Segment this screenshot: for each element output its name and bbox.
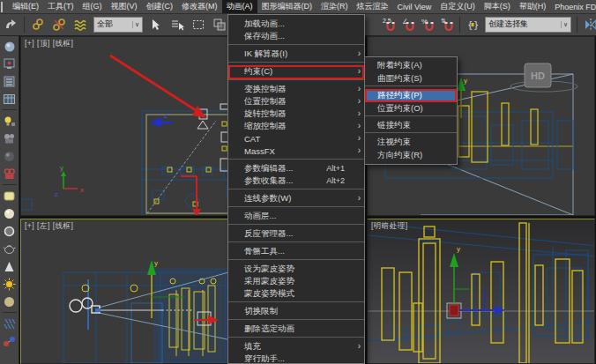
mirror-icon[interactable] bbox=[581, 15, 596, 34]
snaps-toggle-icon[interactable]: 2.5 bbox=[380, 15, 398, 34]
menubar-item[interactable]: 帮助(H) bbox=[515, 0, 551, 13]
molecule-icon[interactable] bbox=[2, 333, 18, 349]
menu-item[interactable]: 参数收集器... Alt+2 bbox=[228, 175, 364, 189]
submenu-item[interactable]: 注视约束 bbox=[365, 136, 457, 149]
side-toolbar-separator bbox=[3, 109, 17, 110]
menu-item[interactable]: 约束(C) bbox=[228, 65, 364, 80]
menu-item[interactable]: 动画层... bbox=[228, 210, 364, 225]
list-panel-icon[interactable] bbox=[2, 73, 18, 89]
svg-text:HD: HD bbox=[531, 71, 545, 81]
menubar-item[interactable]: Phoenix FD bbox=[550, 2, 596, 12]
keyboard-shortcut-override-icon[interactable]: {} bbox=[464, 15, 481, 34]
table-icon[interactable] bbox=[2, 91, 18, 107]
menu-item[interactable]: CAT bbox=[228, 132, 364, 145]
bind-to-space-warp-icon[interactable] bbox=[71, 15, 90, 34]
submenu-item[interactable]: 方向约束(R) bbox=[365, 149, 457, 162]
menu-item[interactable]: 蒙皮姿势模式 bbox=[228, 287, 364, 302]
menubar-item[interactable]: 工具(T) bbox=[43, 0, 78, 13]
menubar-item[interactable]: 炫云渲染 bbox=[353, 0, 393, 13]
camera-object[interactable] bbox=[70, 298, 100, 313]
ring-icon[interactable] bbox=[2, 223, 18, 239]
menu-item[interactable]: 参数编辑器... Alt+1 bbox=[228, 162, 364, 175]
submenu-arrow-icon bbox=[354, 108, 361, 120]
render-teapot-icon[interactable] bbox=[2, 38, 18, 54]
display-monitor-icon[interactable] bbox=[2, 56, 18, 71]
menu-item[interactable]: 缩放控制器 bbox=[228, 120, 364, 132]
viewport-canvas-shaded[interactable]: y bbox=[368, 219, 595, 364]
viewport-label[interactable]: [+] [左] [线框] bbox=[25, 221, 73, 232]
tan-sphere-icon[interactable] bbox=[2, 293, 18, 309]
menu-item[interactable]: 骨骼工具... bbox=[228, 245, 364, 260]
spinner-snap-icon[interactable]: ⇅ bbox=[438, 15, 456, 34]
rectangular-selection-region-icon[interactable] bbox=[189, 15, 208, 34]
submenu-item[interactable]: 附着约束(A) bbox=[365, 59, 457, 72]
submenu-item[interactable]: 路径约束(P) bbox=[365, 89, 457, 102]
menu-item[interactable]: 删除选定动画 bbox=[228, 323, 364, 338]
submenu-arrow-icon bbox=[354, 192, 361, 204]
submenu-item[interactable]: 曲面约束(S) bbox=[365, 72, 457, 86]
menu-item[interactable]: 反应管理器... bbox=[228, 227, 364, 242]
viewport-label[interactable]: [+] [顶] [线框] bbox=[25, 39, 73, 49]
side-toolbar-separator bbox=[3, 312, 17, 313]
side-toolbar bbox=[0, 35, 19, 364]
menubar-item[interactable]: 视图(V) bbox=[107, 0, 142, 13]
wire-teapot-icon[interactable] bbox=[2, 241, 18, 256]
menubar-item[interactable]: 动画(A) bbox=[222, 0, 257, 13]
menu-item[interactable]: 保存动画... bbox=[228, 30, 364, 45]
film-camera-icon[interactable] bbox=[2, 130, 18, 146]
svg-text:x: x bbox=[80, 186, 84, 194]
menu-item[interactable]: 采用蒙皮姿势 bbox=[228, 275, 364, 287]
select-by-name-icon[interactable] bbox=[168, 15, 187, 34]
unlink-selection-icon[interactable] bbox=[49, 15, 69, 34]
video-camera-icon[interactable] bbox=[2, 166, 18, 182]
selection-filter-dropdown[interactable]: 全部 ∨ bbox=[93, 17, 143, 33]
svg-text:}: } bbox=[473, 20, 479, 30]
menu-item[interactable]: 旋转控制器 bbox=[228, 108, 364, 120]
menu-item[interactable]: 加载动画... bbox=[228, 18, 364, 30]
select-object-icon[interactable] bbox=[146, 15, 166, 34]
window-crossing-icon[interactable] bbox=[210, 15, 229, 34]
svg-text:y: y bbox=[464, 77, 467, 85]
menubar-item[interactable]: 脚本(S) bbox=[480, 0, 515, 13]
snaps-toggle-label: 2.5 bbox=[383, 18, 391, 24]
redo-icon[interactable] bbox=[1, 15, 20, 34]
menu-item[interactable]: IK 解算器(I) bbox=[228, 48, 364, 63]
viewport-label[interactable]: [明暗处理] bbox=[371, 221, 408, 232]
menu-item[interactable]: 位置控制器 bbox=[228, 95, 364, 108]
menubar-item[interactable]: 修改器(M) bbox=[177, 0, 222, 13]
select-and-link-icon[interactable] bbox=[28, 15, 48, 34]
menubar-item[interactable]: 自定义(U) bbox=[436, 0, 480, 13]
sun-light-icon[interactable] bbox=[2, 276, 18, 292]
constraint-submenu: 附着约束(A) 曲面约束(S) 路径约束(P) 位置约束(O) 链接约束 bbox=[364, 56, 458, 165]
named-selection-sets-dropdown[interactable]: 创建选择集 ∨ bbox=[485, 17, 571, 33]
menubar-item[interactable]: 创建(C) bbox=[142, 0, 178, 13]
rain-particles-icon[interactable] bbox=[2, 316, 18, 331]
menu-item[interactable]: 连线参数(W) bbox=[228, 192, 364, 207]
submenu-item[interactable]: 位置约束(O) bbox=[365, 102, 457, 116]
soft-sphere-icon[interactable] bbox=[2, 205, 18, 221]
menubar-item[interactable]: Civil View bbox=[393, 2, 436, 12]
svg-text:z: z bbox=[55, 190, 58, 198]
menu-item[interactable]: MassFX bbox=[228, 145, 364, 160]
plane-icon[interactable] bbox=[2, 188, 18, 204]
viewport-shaded[interactable]: [明暗处理] bbox=[367, 219, 595, 364]
percent-snap-icon[interactable]: % bbox=[419, 15, 436, 34]
menu-item[interactable]: 填充 bbox=[228, 340, 364, 353]
cone-icon[interactable] bbox=[2, 258, 18, 274]
menu-item[interactable]: 切换限制 bbox=[228, 305, 364, 320]
light-lister-icon[interactable] bbox=[2, 113, 18, 129]
svg-text:y: y bbox=[457, 245, 460, 253]
menu-item[interactable]: 设为蒙皮姿势 bbox=[228, 263, 364, 275]
menubar-item[interactable]: 编辑(E) bbox=[8, 0, 43, 13]
shaded-sphere-icon[interactable] bbox=[2, 148, 18, 164]
submenu-item[interactable]: 链接约束 bbox=[365, 119, 457, 133]
shortcut-label: Alt+1 bbox=[326, 164, 345, 173]
submenu-arrow-icon bbox=[354, 95, 361, 108]
svg-text:y: y bbox=[154, 259, 158, 267]
menubar-item[interactable]: 渲染(R) bbox=[317, 0, 353, 13]
menu-item[interactable]: 穿行助手... bbox=[228, 353, 364, 364]
angle-snap-icon[interactable]: ∠ bbox=[399, 15, 417, 34]
menu-item[interactable]: 变换控制器 bbox=[228, 83, 364, 95]
menubar-item[interactable]: 组(G) bbox=[78, 0, 107, 13]
menubar-item[interactable]: 图形编辑器(D) bbox=[257, 0, 317, 13]
